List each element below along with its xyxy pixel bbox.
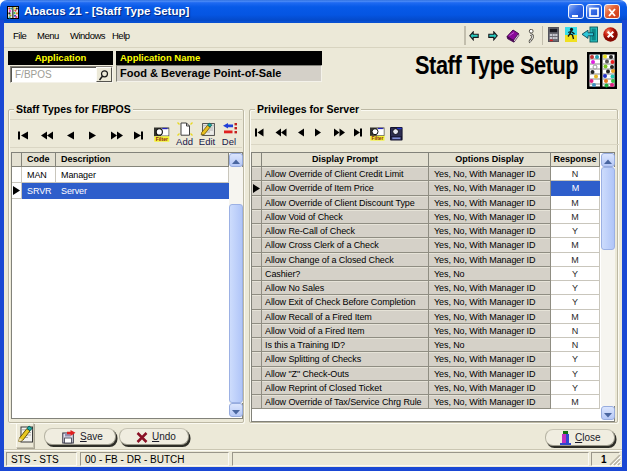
svg-text:Filter: Filter [372,136,384,141]
svg-text:Filter: Filter [156,136,168,142]
